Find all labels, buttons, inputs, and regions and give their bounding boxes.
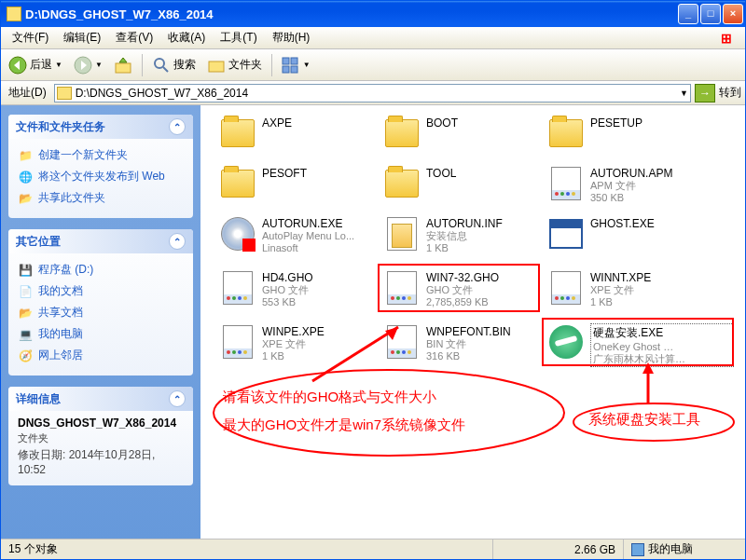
task-icon: 💾 <box>18 263 33 278</box>
menu-help[interactable]: 帮助(H) <box>265 28 318 48</box>
up-icon <box>114 56 132 75</box>
file-size: 2,785,859 KB <box>426 296 542 308</box>
address-field[interactable]: D:\DNGS_GHOST_W7_X86_2014 ▼ <box>54 84 691 102</box>
task-icon: 📄 <box>18 284 33 299</box>
file-icon <box>219 215 256 253</box>
task-icon: 💻 <box>18 327 33 342</box>
back-button[interactable]: 后退 ▼ <box>5 54 66 76</box>
folders-button[interactable]: 文件夹 <box>203 54 266 76</box>
status-count: 15 个对象 <box>1 540 493 559</box>
details-panel-header[interactable]: 详细信息 ⌃ <box>8 387 193 411</box>
file-name: GHOST.EXE <box>590 217 706 230</box>
file-meta: BIN 文件 <box>426 338 542 350</box>
place-item-3[interactable]: 💻我的电脑 <box>18 323 184 345</box>
svg-rect-2 <box>116 63 131 73</box>
menu-view[interactable]: 查看(V) <box>108 28 160 48</box>
address-path: D:\DNGS_GHOST_W7_X86_2014 <box>76 87 248 100</box>
collapse-icon[interactable]: ⌃ <box>169 118 186 135</box>
file-item--exe[interactable]: 硬盘安装.EXEOneKey Ghost …广东雨林木风计算… <box>547 323 734 367</box>
task-label: 共享此文件夹 <box>38 190 105 206</box>
status-bar: 15 个对象 2.66 GB 我的电脑 <box>1 539 745 559</box>
file-icon <box>383 165 421 202</box>
close-button[interactable]: × <box>723 4 743 24</box>
up-button[interactable] <box>110 54 136 76</box>
file-item-tool[interactable]: TOOL <box>383 165 542 202</box>
file-item-pesetup[interactable]: PESETUP <box>547 115 706 152</box>
places-panel: 其它位置 ⌃ 💾程序盘 (D:)📄我的文档📂共享文档💻我的电脑🧭网上邻居 <box>8 229 193 376</box>
task-item-0[interactable]: 📁创建一个新文件夹 <box>18 144 184 166</box>
separator <box>142 54 143 76</box>
file-item-winpe-xpe[interactable]: WINPE.XPEXPE 文件1 KB <box>219 323 378 362</box>
file-meta: XPE 文件 <box>590 284 706 296</box>
file-name: TOOL <box>426 167 542 180</box>
places-panel-header[interactable]: 其它位置 ⌃ <box>8 229 193 253</box>
file-size: 553 KB <box>262 296 378 308</box>
menu-tools[interactable]: 工具(T) <box>213 28 264 48</box>
file-item-autorun-exe[interactable]: AUTORUN.EXEAutoPlay Menu Lo...Linasoft <box>219 215 378 254</box>
svg-point-3 <box>155 59 164 68</box>
file-item-autorun-inf[interactable]: AUTORUN.INF安装信息1 KB <box>383 215 542 254</box>
file-icon <box>219 115 256 152</box>
maximize-button[interactable]: □ <box>700 4 721 24</box>
menu-favorites[interactable]: 收藏(A) <box>160 28 213 48</box>
minimize-button[interactable]: _ <box>678 4 698 24</box>
file-name: AUTORUN.INF <box>426 217 542 230</box>
forward-button[interactable]: ▼ <box>70 54 106 76</box>
back-label: 后退 <box>30 57 52 73</box>
go-button[interactable]: → <box>695 84 715 102</box>
tasks-panel-header[interactable]: 文件和文件夹任务 ⌃ <box>8 115 193 139</box>
details-panel: 详细信息 ⌃ DNGS_GHOST_W7_X86_2014 文件夹 修改日期: … <box>8 387 193 485</box>
svg-rect-8 <box>283 66 289 73</box>
place-item-2[interactable]: 📂共享文档 <box>18 302 184 323</box>
file-item-hd4-gho[interactable]: HD4.GHOGHO 文件553 KB <box>219 269 378 308</box>
file-name: AUTORUN.EXE <box>262 217 378 230</box>
collapse-icon[interactable]: ⌃ <box>169 233 186 250</box>
file-icon <box>547 115 585 152</box>
annotation-ellipse-left <box>210 366 568 459</box>
place-item-1[interactable]: 📄我的文档 <box>18 280 184 302</box>
menu-file[interactable]: 文件(F) <box>5 28 56 48</box>
details-name: DNGS_GHOST_W7_X86_2014 <box>18 417 184 430</box>
file-item-win7-32-gho[interactable]: WIN7-32.GHOGHO 文件2,785,859 KB <box>383 269 542 308</box>
dropdown-icon: ▼ <box>303 61 311 69</box>
task-item-1[interactable]: 🌐将这个文件夹发布到 Web <box>18 166 184 187</box>
dropdown-icon[interactable]: ▼ <box>680 89 688 98</box>
file-name: BOOT <box>426 116 542 130</box>
windows-logo-icon: ⊞ <box>711 30 741 47</box>
search-icon <box>152 56 171 75</box>
annotation-text-1: 请看该文件的GHO格式与文件大小 <box>223 389 436 406</box>
back-icon <box>8 56 27 75</box>
file-name: 硬盘安装.EXE <box>593 325 731 341</box>
file-item-pesoft[interactable]: PESOFT <box>219 165 378 202</box>
task-item-2[interactable]: 📂共享此文件夹 <box>18 187 184 209</box>
file-item-ghost-exe[interactable]: GHOST.EXE <box>547 215 706 253</box>
folders-label: 文件夹 <box>228 57 262 73</box>
places-panel-title: 其它位置 <box>16 234 61 250</box>
place-item-0[interactable]: 💾程序盘 (D:) <box>18 259 184 280</box>
file-size: 316 KB <box>426 350 542 362</box>
file-icon <box>547 215 585 253</box>
task-label: 将这个文件夹发布到 Web <box>38 169 165 184</box>
file-name: WINPE.XPE <box>262 325 378 338</box>
file-icon <box>219 323 256 361</box>
views-button[interactable]: ▼ <box>278 54 314 76</box>
status-location: 我的电脑 <box>624 540 745 559</box>
task-icon: 📂 <box>18 306 33 321</box>
file-item-axpe[interactable]: AXPE <box>219 115 378 152</box>
file-name: PESETUP <box>590 116 706 130</box>
file-icon <box>383 323 421 361</box>
file-item-boot[interactable]: BOOT <box>383 115 542 152</box>
search-button[interactable]: 搜索 <box>148 54 200 76</box>
toolbar: 后退 ▼ ▼ 搜索 文件夹 ▼ <box>1 49 745 81</box>
task-label: 共享文档 <box>38 305 83 321</box>
file-list-pane[interactable]: AXPEBOOTPESETUPPESOFTTOOLAUTORUN.APMAPM … <box>200 105 745 539</box>
place-item-4[interactable]: 🧭网上邻居 <box>18 345 184 366</box>
file-item-wnpefont-bin[interactable]: WNPEFONT.BINBIN 文件316 KB <box>383 323 542 362</box>
menu-edit[interactable]: 编辑(E) <box>56 28 108 48</box>
title-bar[interactable]: D:\DNGS_GHOST_W7_X86_2014 _ □ × <box>1 1 745 27</box>
file-item-winnt-xpe[interactable]: WINNT.XPEXPE 文件1 KB <box>547 269 706 308</box>
file-item-autorun-apm[interactable]: AUTORUN.APMAPM 文件350 KB <box>547 165 706 204</box>
collapse-icon[interactable]: ⌃ <box>169 390 186 407</box>
tasks-sidebar: 文件和文件夹任务 ⌃ 📁创建一个新文件夹🌐将这个文件夹发布到 Web📂共享此文件… <box>1 105 200 539</box>
svg-rect-9 <box>291 66 297 73</box>
